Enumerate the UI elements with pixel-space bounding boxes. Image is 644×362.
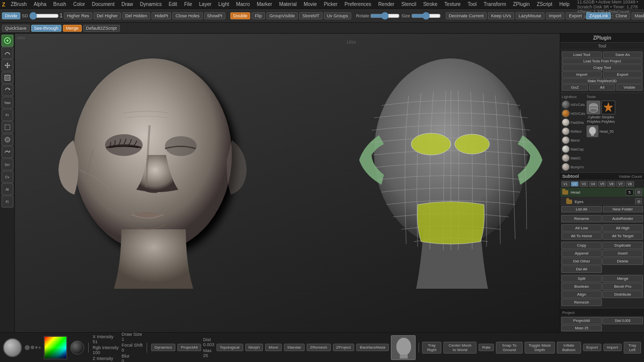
zremesher-button[interactable]: ZRemesh xyxy=(307,344,331,351)
all-to-target-button[interactable]: All To Target xyxy=(602,232,643,240)
menu-light[interactable]: Light xyxy=(217,1,231,7)
main-color-swatch[interactable] xyxy=(3,338,22,357)
del-other-button[interactable]: Del Other xyxy=(561,258,602,265)
menu-layer[interactable]: Layer xyxy=(198,1,213,7)
mat-blend[interactable]: Blend xyxy=(562,136,585,144)
del-all-button[interactable]: Del All xyxy=(561,265,602,273)
import-bottom-button[interactable]: Import xyxy=(603,344,622,351)
mat-swatch-bump[interactable] xyxy=(562,163,570,171)
double-button[interactable]: Double xyxy=(230,12,251,19)
export-bottom-button[interactable]: Export xyxy=(583,344,601,351)
menu-color[interactable]: Color xyxy=(72,1,87,7)
all-to-home-button[interactable]: All To Home xyxy=(561,232,602,240)
menu-file[interactable]: File xyxy=(183,1,194,7)
mat-matric[interactable]: MatriC xyxy=(562,154,585,162)
menu-picker[interactable]: Picker xyxy=(322,1,339,7)
menu-material[interactable]: Material xyxy=(277,1,298,7)
vis-btn-v7[interactable]: V7 xyxy=(616,181,625,187)
rate-button[interactable]: Rate xyxy=(479,344,494,351)
zapplink-button[interactable]: ZAppLink xyxy=(586,12,611,19)
vis-btn-v6[interactable]: V6 xyxy=(607,181,616,187)
see-through-button[interactable]: See-through xyxy=(31,25,62,32)
secondary-color-swatch[interactable] xyxy=(70,341,84,355)
brush-dot-2[interactable] xyxy=(31,346,34,349)
vis-btn-v4[interactable]: V4 xyxy=(589,181,597,187)
mat-swatch-hsv[interactable] xyxy=(562,101,570,108)
menu-edit[interactable]: Edit xyxy=(167,1,178,7)
import-button[interactable]: Import xyxy=(546,12,565,19)
tool-floor[interactable]: Fl xyxy=(1,196,13,207)
move-bottom-button[interactable]: Move xyxy=(265,344,282,351)
autorender-button[interactable]: AutoRender xyxy=(602,215,643,222)
keep-uvs-button[interactable]: Keep UVs xyxy=(488,12,514,19)
menu-zbrush[interactable]: ZBrush xyxy=(9,1,28,7)
menu-zplugin[interactable]: ZPlugin xyxy=(511,1,531,7)
align-button[interactable]: Align xyxy=(561,291,602,298)
head-thumb[interactable] xyxy=(587,125,598,137)
tool-export-button[interactable]: Export xyxy=(603,71,643,78)
copy-button[interactable]: Copy xyxy=(561,242,602,249)
show-pt-button[interactable]: ShowPt xyxy=(204,12,225,19)
all-low-button[interactable]: All Low xyxy=(561,224,602,232)
default-zscript-button[interactable]: Default2ZScript xyxy=(83,25,120,32)
distribute-button[interactable]: Distribute xyxy=(602,291,643,298)
menu-dynamics[interactable]: Dynamics xyxy=(139,1,163,7)
load-tools-from-project-button[interactable]: Load Tools From Project xyxy=(562,58,643,64)
tool-frame[interactable]: Fr xyxy=(1,109,13,121)
mat-fast[interactable]: FastSha xyxy=(562,118,585,126)
insert-button[interactable]: Insert xyxy=(602,250,643,257)
store-mt-button[interactable]: StoreMT xyxy=(299,12,322,19)
backface-mask-button[interactable]: BackfaceMask xyxy=(356,344,389,351)
clone-button[interactable]: Clone xyxy=(612,12,630,19)
tool-move[interactable] xyxy=(1,59,13,71)
mat-swatch-blend[interactable] xyxy=(562,136,570,144)
vis-btn-v3[interactable]: V3 xyxy=(580,181,588,187)
del-hidden-button[interactable]: Del Hidden xyxy=(122,12,151,19)
mean-button[interactable]: Mean 25 xyxy=(561,325,602,331)
tray-left-button[interactable]: Tray Left xyxy=(624,342,641,354)
dist-button[interactable]: Dist 0.003 xyxy=(602,317,643,324)
close-holes-button[interactable]: Close Holes xyxy=(172,12,203,19)
vis-btn-v5[interactable]: V5 xyxy=(598,181,606,187)
tool-scroll[interactable]: Scr xyxy=(1,158,13,170)
brush-dot-1[interactable] xyxy=(25,345,30,350)
export-button[interactable]: Export xyxy=(566,12,585,19)
menu-preferences[interactable]: Preferences xyxy=(343,1,373,7)
mask-button[interactable]: Mask xyxy=(632,12,644,19)
del-higher-button[interactable]: Del Higher xyxy=(94,12,121,19)
mat-bump[interactable]: BumpYn xyxy=(562,163,585,171)
tool-thumb-cylinder[interactable] xyxy=(587,101,600,114)
merge-right-button[interactable]: Merge xyxy=(602,275,643,282)
tool-sculpt[interactable] xyxy=(1,146,13,158)
vis-btn-v2[interactable]: V2 xyxy=(571,181,579,187)
decimate-current-button[interactable]: Decimate Current xyxy=(446,12,487,19)
toggle-mask-depth-button[interactable]: Toggle Mask Depth xyxy=(525,342,555,354)
tool-cover[interactable]: Cv xyxy=(1,171,13,183)
menu-macro[interactable]: Macro xyxy=(234,1,251,7)
menu-stroke[interactable]: Stroke xyxy=(422,1,439,7)
quick-save-button[interactable]: QuickSave xyxy=(2,25,30,32)
sd-range[interactable] xyxy=(29,13,59,18)
divide-button[interactable]: Divide xyxy=(2,12,20,19)
mat-swatch-matric[interactable] xyxy=(562,154,570,162)
project-all-bottom-btn[interactable]: ProjectAll xyxy=(177,344,201,351)
tool-scale[interactable] xyxy=(1,72,13,84)
flip-button[interactable]: Flip xyxy=(252,12,265,19)
load-tool-button[interactable]: Load Tool xyxy=(562,52,602,58)
menu-movie[interactable]: Movie xyxy=(302,1,319,7)
subtool-list[interactable]: Head 5 ⚙ Eyes ⚙ Eye Wet 👁 Realtime Eyeba… xyxy=(560,188,644,205)
delete-button[interactable]: Delete xyxy=(602,258,643,265)
all-button[interactable]: All xyxy=(589,84,615,91)
tool-mask[interactable] xyxy=(1,134,13,146)
subtool-folder-eyes[interactable]: Eyes ⚙ xyxy=(560,197,644,205)
mat-makcap[interactable]: MakCap xyxy=(562,145,585,153)
subtool-folder-head[interactable]: Head 5 ⚙ xyxy=(560,188,644,197)
tool-thumb-star[interactable] xyxy=(601,101,615,114)
new-folder-button[interactable]: New Folder xyxy=(603,206,644,212)
tool-yaw[interactable]: Yaw xyxy=(1,97,13,108)
brush-dot-4[interactable] xyxy=(39,347,41,349)
menu-zscript[interactable]: ZScript xyxy=(535,1,554,7)
append-button[interactable]: Append xyxy=(561,250,602,257)
morph-button[interactable]: Morph xyxy=(245,344,264,351)
menu-tool[interactable]: Tool xyxy=(466,1,478,7)
